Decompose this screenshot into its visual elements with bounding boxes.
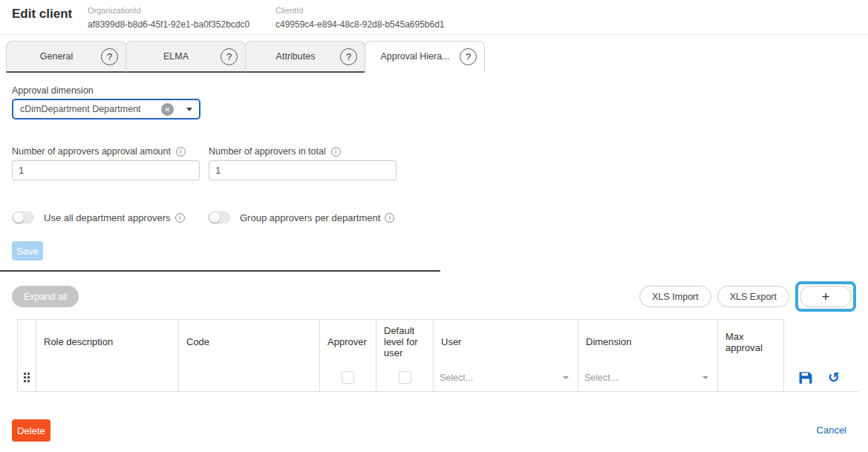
undo-icon[interactable]: ↺	[828, 370, 840, 384]
tab-approval-hierarchy[interactable]: Approval Hiera... ?	[365, 41, 485, 73]
code-cell[interactable]	[179, 364, 320, 392]
toggle-knob	[209, 212, 220, 223]
use-all-approvers-toggle-group: Use all department approvers i	[12, 212, 208, 223]
approvers-amount-label: Number of approvers approval amount i	[12, 146, 200, 157]
user-cell: Select...	[434, 364, 578, 392]
column-header-default-level: Default level for user	[376, 320, 434, 364]
client-id-value: c49959c4-e894-48c8-92d8-b545a695b6d1	[275, 19, 445, 30]
toggles-row: Use all department approvers i Group app…	[12, 212, 856, 223]
use-all-approvers-toggle[interactable]	[12, 212, 34, 223]
group-approvers-toggle-group: Group approvers per department i	[208, 212, 394, 223]
tab-panel-approval-hierarchy: Approval dimension cDimDepartment Depart…	[0, 85, 868, 392]
organization-id-value: af8399d8-b8d6-45f1-92e1-ba0f352bcdc0	[88, 19, 275, 30]
role-description-cell[interactable]	[36, 364, 179, 392]
delete-button[interactable]: Delete	[12, 419, 50, 442]
clear-icon[interactable]: ✕	[161, 103, 174, 116]
group-approvers-toggle[interactable]	[208, 212, 230, 223]
chevron-down-icon[interactable]	[186, 108, 192, 111]
save-button[interactable]: Save	[12, 241, 43, 261]
default-level-cell	[376, 364, 434, 392]
approvers-amount-label-text: Number of approvers approval amount	[12, 146, 171, 157]
info-icon[interactable]: i	[176, 147, 186, 157]
section-divider	[0, 270, 440, 272]
column-header-role-description: Role description	[36, 320, 179, 364]
edit-client-page: Edit client OrganizationId af8399d8-b8d6…	[0, 0, 868, 452]
save-icon	[799, 371, 812, 384]
client-id-group: ClientId c49959c4-e894-48c8-92d8-b545a69…	[275, 5, 445, 30]
column-header-user: User	[434, 320, 578, 364]
default-level-checkbox[interactable]	[399, 371, 411, 384]
approvers-total-label-text: Number of approvers in total	[209, 146, 326, 157]
approval-dimension-value: cDimDepartment Department	[20, 104, 141, 114]
tab-attributes-label: Attributes	[276, 51, 316, 62]
tab-bar: General ? ELMA ? Attributes ? Approval H…	[6, 41, 868, 73]
column-header-dimension: Dimension	[578, 320, 718, 364]
info-icon[interactable]: i	[331, 147, 341, 157]
xls-import-button[interactable]: XLS Import	[639, 286, 711, 307]
column-header-max-approval: Max approval	[718, 320, 784, 364]
question-icon[interactable]: ?	[101, 48, 118, 65]
max-approval-cell[interactable]	[718, 364, 784, 392]
table-toolbar: Expand all XLS Import XLS Export +	[12, 281, 856, 312]
add-row-button[interactable]: +	[800, 286, 852, 307]
tab-elma-label: ELMA	[163, 51, 189, 62]
approvers-total-label: Number of approvers in total i	[209, 146, 397, 157]
actions-column-header	[784, 320, 858, 364]
info-icon[interactable]: i	[175, 213, 185, 223]
tab-approval-hierarchy-label: Approval Hiera...	[380, 51, 449, 62]
toggle-knob	[13, 212, 24, 223]
focus-highlight-box: +	[795, 281, 856, 312]
dimension-select-placeholder: Select...	[584, 373, 618, 383]
chevron-down-icon	[563, 376, 569, 379]
approval-dimension-select[interactable]: cDimDepartment Department ✕	[12, 99, 200, 119]
table-header-row: Role description Code Approver Default l…	[18, 320, 858, 364]
approvers-amount-field-group: Number of approvers approval amount i	[12, 146, 200, 180]
question-icon[interactable]: ?	[460, 48, 477, 65]
organization-id-group: OrganizationId af8399d8-b8d6-45f1-92e1-b…	[88, 5, 275, 30]
save-row-button[interactable]	[799, 371, 812, 384]
approvers-total-input[interactable]	[209, 160, 397, 180]
expand-all-button[interactable]: Expand all	[12, 286, 79, 307]
question-icon[interactable]: ?	[221, 48, 238, 65]
table-row: Select... Select...	[18, 364, 858, 392]
group-approvers-label-text: Group approvers per department	[240, 212, 380, 223]
tab-general[interactable]: General ?	[6, 41, 126, 73]
approvers-amount-input[interactable]	[12, 160, 200, 180]
user-select-placeholder: Select...	[440, 373, 473, 383]
tab-general-label: General	[40, 51, 73, 62]
approval-dimension-label: Approval dimension	[12, 85, 856, 96]
approvers-total-field-group: Number of approvers in total i	[209, 146, 397, 180]
approval-roles-table: Role description Code Approver Default l…	[17, 319, 858, 392]
cancel-link[interactable]: Cancel	[817, 425, 846, 436]
info-icon[interactable]: i	[385, 213, 394, 223]
row-actions-cell: ↺	[784, 364, 858, 392]
column-header-approver: Approver	[320, 320, 376, 364]
user-select[interactable]: Select...	[440, 373, 572, 383]
approver-checkbox[interactable]	[342, 371, 354, 384]
page-title: Edit client	[12, 5, 88, 22]
chevron-down-icon	[702, 376, 708, 379]
column-header-code: Code	[179, 320, 320, 364]
dimension-cell: Select...	[578, 364, 718, 392]
drag-column-header	[18, 320, 36, 364]
use-all-approvers-label: Use all department approvers i	[44, 212, 185, 223]
tab-elma[interactable]: ELMA ?	[125, 41, 246, 73]
group-approvers-label: Group approvers per department i	[240, 212, 394, 223]
xls-export-button[interactable]: XLS Export	[717, 286, 789, 307]
approver-cell	[320, 364, 376, 392]
approvers-fields-row: Number of approvers approval amount i Nu…	[12, 146, 856, 180]
question-icon[interactable]: ?	[340, 48, 357, 65]
tab-attributes[interactable]: Attributes ?	[245, 41, 365, 73]
drag-handle-icon[interactable]	[24, 373, 30, 382]
use-all-approvers-label-text: Use all department approvers	[44, 212, 171, 223]
organization-id-label: OrganizationId	[88, 6, 275, 15]
header-bar: Edit client OrganizationId af8399d8-b8d6…	[0, 0, 868, 35]
drag-cell	[18, 364, 36, 392]
client-id-label: ClientId	[275, 6, 445, 15]
toolbar-right-group: XLS Import XLS Export +	[639, 281, 856, 312]
dimension-select[interactable]: Select...	[584, 373, 711, 383]
